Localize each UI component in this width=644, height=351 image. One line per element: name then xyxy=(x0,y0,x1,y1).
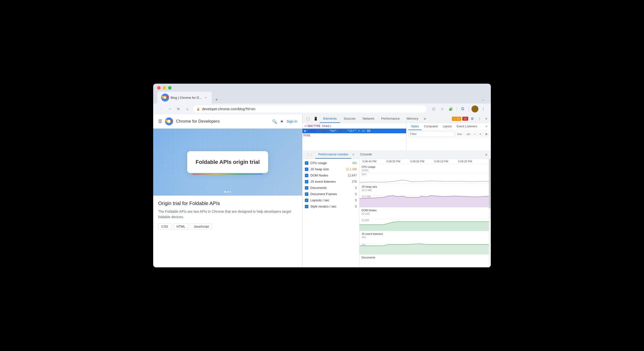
blog-post-title: Origin trial for Foldable APIs xyxy=(158,200,297,206)
toggle-styles-button[interactable]: ⊞ xyxy=(484,132,489,136)
hero-dot-1[interactable] xyxy=(224,191,226,193)
address-bar[interactable]: 🔒 developer.chrome.com/blog?hl=en xyxy=(193,106,426,112)
html-attr-lang: lang= xyxy=(319,129,328,133)
refresh-button[interactable]: ↻ xyxy=(175,106,182,112)
html-attr-dir-val: "ltr" xyxy=(347,129,356,133)
active-tab[interactable]: Blog | Chrome for Develope... × xyxy=(157,92,212,104)
search-button[interactable]: 🔍 xyxy=(272,119,277,124)
error-count: 15 xyxy=(464,117,467,120)
js-heap-checkbox[interactable] xyxy=(305,168,308,171)
dom-nodes-checkbox[interactable] xyxy=(305,174,308,177)
screen-share-icon[interactable]: ⬡ xyxy=(430,106,437,112)
main-area: ☰ Chrome for Developers 🔍 ☀ Sign in xyxy=(153,114,491,267)
cls-button[interactable]: .cls xyxy=(464,132,472,136)
js-listeners-checkbox[interactable] xyxy=(305,180,308,184)
style-recalcs-checkbox[interactable] xyxy=(305,205,308,208)
html-doctype-line[interactable]: <!DOCTYPE html> xyxy=(302,124,406,128)
extensions-icon[interactable]: 🧩 xyxy=(447,106,454,112)
hov-button[interactable]: :hov xyxy=(455,132,464,136)
perf-drag-handle[interactable]: ⋮⋮ xyxy=(304,151,315,158)
perf-monitor: ⋮⋮ Performance monitor × Console × CPU u… xyxy=(302,150,491,267)
devtools-more-options-button[interactable]: ⋮ xyxy=(476,115,483,122)
back-button[interactable]: ← xyxy=(157,106,164,112)
theme-toggle-button[interactable]: ☀ xyxy=(280,119,284,124)
error-badge[interactable]: 15 xyxy=(462,117,468,121)
profile-icon[interactable] xyxy=(472,106,478,112)
devtools-cursor-icon[interactable]: ⬚ xyxy=(304,115,312,123)
hero-card[interactable]: Foldable APIs origin trial xyxy=(187,151,268,173)
js-heap-chart: JS heap size20.0 MB 10.0 MB xyxy=(360,184,491,208)
styles-tab-event-listeners[interactable]: Event Listeners xyxy=(454,123,480,130)
perf-tab-close-button[interactable]: × xyxy=(351,152,355,158)
tab-network[interactable]: Network xyxy=(359,115,378,123)
tag-html[interactable]: HTML xyxy=(173,224,188,230)
documents-value: 5 xyxy=(355,186,357,190)
more-tabs-button[interactable]: ⌄ xyxy=(479,96,487,104)
document-frames-label: Document Frames xyxy=(310,192,353,196)
element-state-button[interactable]: ≡ xyxy=(478,132,483,136)
site-title: Chrome for Developers xyxy=(176,119,220,124)
maximize-window-button[interactable] xyxy=(168,86,172,90)
tab-memory[interactable]: Memory xyxy=(403,115,422,123)
bookmark-icon[interactable]: ☆ xyxy=(439,106,446,112)
tab-close-button[interactable]: × xyxy=(204,96,208,100)
metric-js-heap: JS heap size 12.1 MB xyxy=(302,166,359,172)
layouts-checkbox[interactable] xyxy=(305,198,308,202)
html-arrow: ▶ xyxy=(304,129,308,133)
google-icon[interactable]: G xyxy=(459,106,466,112)
tag-css[interactable]: CSS xyxy=(158,224,171,230)
html-attr-dir: dir= xyxy=(338,129,346,133)
new-tab-button[interactable]: + xyxy=(213,96,220,104)
home-button[interactable]: ⌂ xyxy=(184,106,191,112)
document-frames-checkbox[interactable] xyxy=(305,192,308,196)
tab-sources[interactable]: Sources xyxy=(340,115,359,123)
styles-more-tabs-button[interactable]: » xyxy=(484,123,489,130)
cpu-usage-value: 0% xyxy=(352,161,357,165)
document-frames-value: 5 xyxy=(355,192,357,196)
more-options-button[interactable]: ⋮ xyxy=(480,106,487,112)
sign-in-button[interactable]: Sign in xyxy=(286,120,297,123)
cpu-usage-checkbox[interactable] xyxy=(305,161,308,165)
styles-filter-input[interactable] xyxy=(408,131,454,137)
perf-tab-performance-monitor[interactable]: Performance monitor xyxy=(315,150,351,158)
hero-dot-2[interactable] xyxy=(227,191,228,193)
styles-tab-computed[interactable]: Computed xyxy=(422,123,440,130)
metric-documents: Documents 5 xyxy=(302,185,359,191)
hamburger-menu-button[interactable]: ☰ xyxy=(158,119,162,124)
devtools-device-icon[interactable]: 📱 xyxy=(312,115,320,123)
documents-checkbox[interactable] xyxy=(305,186,308,190)
warning-badge[interactable]: ⚠ 19 xyxy=(452,117,461,121)
styles-tab-styles[interactable]: Styles xyxy=(408,123,422,130)
hero-dot-3[interactable] xyxy=(230,191,231,193)
svg-point-4 xyxy=(168,120,171,123)
chart-scrollbar-thumb[interactable] xyxy=(489,159,491,208)
chrome-logo-icon xyxy=(165,118,173,125)
html-element-line[interactable]: ▶ <html lang= "en" dir= "ltr" > == $0 xyxy=(302,128,406,133)
close-window-button[interactable] xyxy=(157,86,161,90)
html-tag-name-line[interactable]: html xyxy=(302,133,406,138)
tab-performance[interactable]: Performance xyxy=(378,115,403,123)
svg-marker-6 xyxy=(360,222,491,231)
metric-document-frames: Document Frames 5 xyxy=(302,191,359,197)
perf-tab-console[interactable]: Console xyxy=(357,150,375,158)
minimize-window-button[interactable] xyxy=(162,86,166,90)
warning-count: 19 xyxy=(456,117,460,120)
devtools-more-tabs-button[interactable]: » xyxy=(422,114,428,123)
perf-close-panel-button[interactable]: × xyxy=(484,151,489,158)
cpu-chart-label: CPU usage100% xyxy=(362,165,376,172)
styles-tab-layout[interactable]: Layout xyxy=(440,123,454,130)
forward-button[interactable]: → xyxy=(166,106,173,112)
layouts-value: 0 xyxy=(355,198,357,202)
documents-label: Documents xyxy=(310,186,353,190)
website-area: ☰ Chrome for Developers 🔍 ☀ Sign in xyxy=(153,114,302,267)
perf-body: CPU usage 0% JS heap size 12.1 MB DOM No… xyxy=(302,159,491,267)
toolbar-right: ⬡ ☆ 🧩 G ⋮ xyxy=(430,106,487,112)
tag-javascript[interactable]: JavaScript xyxy=(190,224,212,230)
devtools-close-button[interactable]: × xyxy=(484,115,489,122)
devtools-settings-button[interactable]: ⚙ xyxy=(469,115,476,122)
chart-scrollbar-track[interactable] xyxy=(489,159,491,267)
tab-elements[interactable]: Elements xyxy=(320,115,340,123)
time-1: 5:08:40 PM xyxy=(362,160,376,163)
tab-title: Blog | Chrome for Develope... xyxy=(170,96,202,100)
add-style-button[interactable]: + xyxy=(472,132,477,136)
